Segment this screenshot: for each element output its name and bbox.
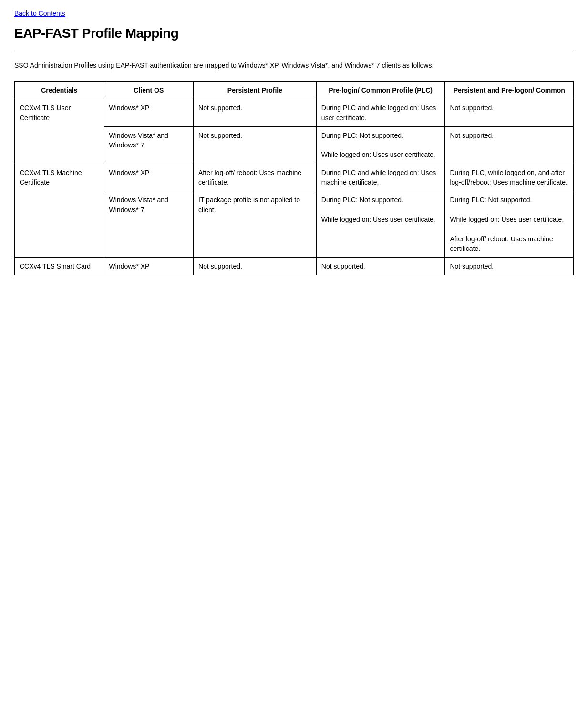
page-title: EAP-FAST Profile Mapping <box>14 26 574 41</box>
persistent-pre-logon-cell: During PLC, while logged on, and after l… <box>445 164 574 191</box>
client-os-cell: Windows Vista* and Windows* 7 <box>104 191 194 258</box>
col-header-persistent-pre-logon: Persistent and Pre-logon/ Common <box>445 82 574 99</box>
plc-cell: During PLC and while logged on: Uses use… <box>316 99 445 127</box>
client-os-cell: Windows* XP <box>104 258 194 275</box>
table-row: CCXv4 TLS Machine CertificateWindows* XP… <box>15 164 574 191</box>
col-header-client-os: Client OS <box>104 82 194 99</box>
plc-cell: Not supported. <box>316 258 445 275</box>
persistent-pre-logon-cell: Not supported. <box>445 258 574 275</box>
plc-cell: During PLC and while logged on: Uses mac… <box>316 164 445 191</box>
client-os-cell: Windows Vista* and Windows* 7 <box>104 126 194 164</box>
intro-text: SSO Administration Profiles using EAP-FA… <box>14 61 574 71</box>
divider <box>14 50 574 50</box>
persistent-profile-cell: After log-off/ reboot: Uses machine cert… <box>194 164 317 191</box>
persistent-pre-logon-cell: Not supported. <box>445 126 574 164</box>
plc-cell: During PLC: Not supported.While logged o… <box>316 126 445 164</box>
col-header-plc: Pre-login/ Common Profile (PLC) <box>316 82 445 99</box>
persistent-pre-logon-cell: Not supported. <box>445 99 574 127</box>
back-to-contents-link[interactable]: Back to Contents <box>14 10 65 17</box>
credentials-cell: CCXv4 TLS Smart Card <box>15 258 104 275</box>
client-os-cell: Windows* XP <box>104 164 194 191</box>
table-row: CCXv4 TLS User CertificateWindows* XPNot… <box>15 99 574 127</box>
persistent-profile-cell: Not supported. <box>194 258 317 275</box>
persistent-profile-cell: Not supported. <box>194 126 317 164</box>
persistent-profile-cell: IT package profile is not applied to cli… <box>194 191 317 258</box>
persistent-pre-logon-cell: During PLC: Not supported.While logged o… <box>445 191 574 258</box>
credentials-cell: CCXv4 TLS User Certificate <box>15 99 104 164</box>
col-header-persistent-profile: Persistent Profile <box>194 82 317 99</box>
plc-cell: During PLC: Not supported.While logged o… <box>316 191 445 258</box>
persistent-profile-cell: Not supported. <box>194 99 317 127</box>
mapping-table: Credentials Client OS Persistent Profile… <box>14 81 574 275</box>
client-os-cell: Windows* XP <box>104 99 194 127</box>
credentials-cell: CCXv4 TLS Machine Certificate <box>15 164 104 257</box>
col-header-credentials: Credentials <box>15 82 104 99</box>
table-header-row: Credentials Client OS Persistent Profile… <box>15 82 574 99</box>
table-row: CCXv4 TLS Smart CardWindows* XPNot suppo… <box>15 258 574 275</box>
